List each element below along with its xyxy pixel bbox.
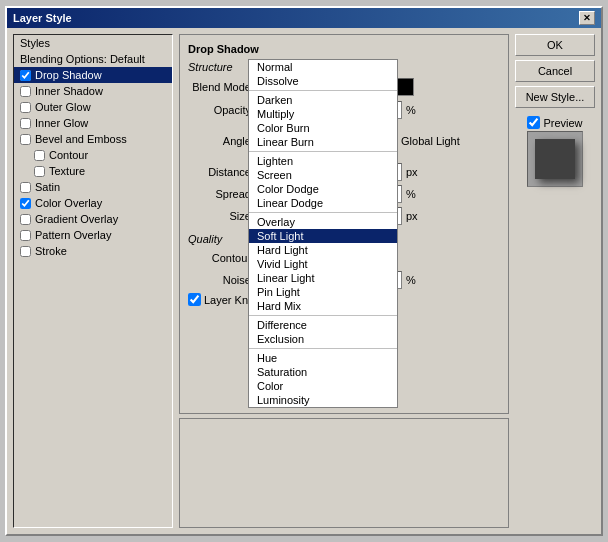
cancel-button[interactable]: Cancel [515,60,595,82]
sidebar-checkbox-satin[interactable] [20,182,31,193]
dropdown-item[interactable]: Color [249,379,397,393]
sidebar-label-inner-shadow: Inner Shadow [35,85,103,97]
spread-unit: % [406,188,416,200]
preview-label: Preview [527,116,582,129]
section-title: Drop Shadow [188,43,500,55]
dropdown-item[interactable]: Overlay [249,215,397,229]
distance-unit: px [406,166,418,178]
preview-thumbnail [527,131,583,187]
new-style-button[interactable]: New Style... [515,86,595,108]
main-content: Drop Shadow Structure Blend Mode: Multip… [179,34,509,414]
sidebar-checkbox-texture[interactable] [34,166,45,177]
dropdown-divider [249,90,397,91]
noise-unit: % [406,274,416,286]
sidebar-label-gradient-overlay: Gradient Overlay [35,213,118,225]
sidebar-label-texture: Texture [49,165,85,177]
sidebar-item-contour[interactable]: Contour [14,147,172,163]
opacity-unit: % [406,104,416,116]
styles-label: Styles [20,37,50,49]
sidebar-item-inner-shadow[interactable]: Inner Shadow [14,83,172,99]
left-items-container: Blending Options: DefaultDrop ShadowInne… [14,51,172,259]
dropdown-divider [249,348,397,349]
ok-button[interactable]: OK [515,34,595,56]
dropdown-item[interactable]: Screen [249,168,397,182]
main-area: Drop Shadow Structure Blend Mode: Multip… [179,34,509,528]
dialog-title: Layer Style [13,12,72,24]
left-panel: Styles Blending Options: DefaultDrop Sha… [13,34,173,528]
layer-style-dialog: Layer Style ✕ Styles Blending Options: D… [5,6,603,536]
dialog-body: Styles Blending Options: DefaultDrop Sha… [7,28,601,534]
dropdown-item[interactable]: Luminosity [249,393,397,407]
dropdown-item[interactable]: Multiply [249,107,397,121]
sidebar-item-texture[interactable]: Texture [14,163,172,179]
dropdown-divider [249,151,397,152]
sidebar-item-gradient-overlay[interactable]: Gradient Overlay [14,211,172,227]
dropdown-divider [249,212,397,213]
sidebar-checkbox-color-overlay[interactable] [20,198,31,209]
sidebar-item-drop-shadow[interactable]: Drop Shadow [14,67,172,83]
sidebar-checkbox-inner-glow[interactable] [20,118,31,129]
sidebar-label-pattern-overlay: Pattern Overlay [35,229,111,241]
dropdown-item[interactable]: Difference [249,318,397,332]
sidebar-label-bevel-emboss: Bevel and Emboss [35,133,127,145]
sidebar-item-stroke[interactable]: Stroke [14,243,172,259]
sidebar-item-pattern-overlay[interactable]: Pattern Overlay [14,227,172,243]
sidebar-label-blending-options: Blending Options: Default [20,53,145,65]
dropdown-item[interactable]: Hard Mix [249,299,397,313]
dropdown-item[interactable]: Pin Light [249,285,397,299]
size-unit: px [406,210,418,222]
sidebar-label-drop-shadow: Drop Shadow [35,69,102,81]
sidebar-checkbox-gradient-overlay[interactable] [20,214,31,225]
dropdown-item[interactable]: Vivid Light [249,257,397,271]
sidebar-item-blending-options[interactable]: Blending Options: Default [14,51,172,67]
sidebar-label-color-overlay: Color Overlay [35,197,102,209]
dropdown-item[interactable]: Linear Burn [249,135,397,149]
sidebar-checkbox-outer-glow[interactable] [20,102,31,113]
dropdown-item[interactable]: Saturation [249,365,397,379]
sidebar-label-satin: Satin [35,181,60,193]
sidebar-item-satin[interactable]: Satin [14,179,172,195]
dropdown-item[interactable]: Exclusion [249,332,397,346]
sidebar-label-stroke: Stroke [35,245,67,257]
sidebar-checkbox-drop-shadow[interactable] [20,70,31,81]
dropdown-item[interactable]: Darken [249,93,397,107]
dropdown-divider [249,315,397,316]
preview-inner [535,139,575,179]
preview-checkbox[interactable] [527,116,540,129]
sidebar-item-color-overlay[interactable]: Color Overlay [14,195,172,211]
sidebar-item-bevel-emboss[interactable]: Bevel and Emboss [14,131,172,147]
sidebar-label-outer-glow: Outer Glow [35,101,91,113]
dropdown-item[interactable]: Linear Light [249,271,397,285]
sidebar-checkbox-stroke[interactable] [20,246,31,257]
dropdown-item[interactable]: Linear Dodge [249,196,397,210]
sidebar-checkbox-contour[interactable] [34,150,45,161]
dropdown-item[interactable]: Dissolve [249,74,397,88]
bottom-area [179,418,509,528]
close-button[interactable]: ✕ [579,11,595,25]
preview-text: Preview [543,117,582,129]
sidebar-label-contour: Contour [49,149,88,161]
dropdown-item[interactable]: Color Dodge [249,182,397,196]
dropdown-item[interactable]: Hard Light [249,243,397,257]
styles-header[interactable]: Styles [14,35,172,51]
sidebar-label-inner-glow: Inner Glow [35,117,88,129]
sidebar-checkbox-bevel-emboss[interactable] [20,134,31,145]
dropdown-item[interactable]: Normal [249,60,397,74]
dropdown-item[interactable]: Soft Light [249,229,397,243]
knockout-checkbox[interactable] [188,293,201,306]
dropdown-item[interactable]: Lighten [249,154,397,168]
dropdown-item[interactable]: Color Burn [249,121,397,135]
right-panel: OK Cancel New Style... Preview [515,34,595,528]
blend-mode-dropdown[interactable]: NormalDissolveDarkenMultiplyColor BurnLi… [248,59,398,408]
dropdown-item[interactable]: Hue [249,351,397,365]
sidebar-checkbox-pattern-overlay[interactable] [20,230,31,241]
preview-box: Preview [515,116,595,187]
sidebar-item-inner-glow[interactable]: Inner Glow [14,115,172,131]
title-bar: Layer Style ✕ [7,8,601,28]
sidebar-item-outer-glow[interactable]: Outer Glow [14,99,172,115]
sidebar-checkbox-inner-shadow[interactable] [20,86,31,97]
